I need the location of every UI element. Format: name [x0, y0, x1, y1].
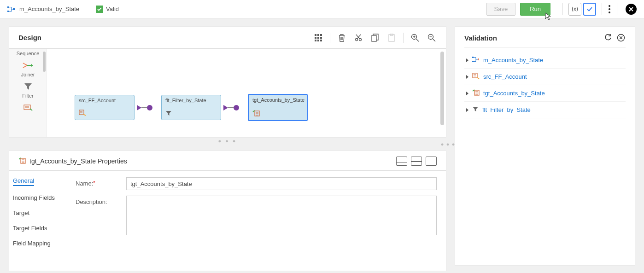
- svg-rect-9: [315, 40, 316, 41]
- svg-rect-7: [317, 37, 319, 39]
- main-area: Design: [0, 18, 644, 271]
- target-icon: [252, 110, 260, 117]
- delete-icon[interactable]: [337, 33, 347, 43]
- node-filter-label: flt_Filter_by_State: [165, 98, 206, 103]
- target-icon: [18, 157, 26, 165]
- filter-icon: [472, 106, 479, 113]
- target-icon: [472, 89, 480, 97]
- svg-rect-5: [320, 34, 322, 36]
- run-button-label: Run: [530, 6, 541, 12]
- validation-item-label: flt_Filter_by_State: [482, 106, 531, 113]
- grid-icon[interactable]: [313, 33, 323, 43]
- check-icon: [96, 6, 103, 13]
- description-input[interactable]: [126, 196, 437, 235]
- validation-item-label: tgt_Accounts_by_State: [483, 90, 545, 97]
- svg-rect-0: [7, 6, 9, 8]
- svg-rect-2: [13, 8, 15, 10]
- validate-button[interactable]: [583, 3, 596, 16]
- svg-rect-26: [478, 58, 479, 60]
- design-canvas[interactable]: src_FF_Account flt_Filter_by_State: [47, 49, 446, 137]
- mapping-icon: [472, 57, 480, 64]
- chevron-right-icon: [466, 75, 468, 79]
- design-panel: Design: [9, 27, 446, 137]
- validation-list: m_Accounts_by_Statesrc_FF_Accounttgt_Acc…: [464, 52, 626, 118]
- node-filter[interactable]: flt_Filter_by_State: [161, 95, 221, 120]
- run-button[interactable]: Run: [520, 3, 550, 16]
- svg-rect-11: [320, 40, 322, 41]
- node-source[interactable]: src_FF_Account: [75, 95, 135, 120]
- mapping-icon: [7, 6, 16, 12]
- source-icon: [79, 110, 86, 117]
- tab-target[interactable]: Target: [13, 209, 66, 216]
- tab-target-fields[interactable]: Target Fields: [13, 225, 66, 232]
- transformation-palette[interactable]: Sequence Joiner: [9, 49, 47, 137]
- svg-rect-1: [7, 11, 9, 12]
- node-source-label: src_FF_Account: [79, 98, 116, 103]
- paste-icon: [386, 33, 397, 43]
- cut-icon[interactable]: [353, 33, 363, 43]
- close-button[interactable]: [626, 4, 637, 15]
- validation-item-label: src_FF_Account: [483, 73, 527, 80]
- validation-item[interactable]: flt_Filter_by_State: [464, 102, 626, 118]
- validation-item[interactable]: m_Accounts_by_State: [464, 52, 626, 69]
- save-button[interactable]: Save: [486, 3, 516, 16]
- validation-item[interactable]: src_FF_Account: [464, 69, 626, 85]
- tab-incoming-fields[interactable]: Incoming Fields: [13, 194, 66, 201]
- name-input[interactable]: [126, 177, 437, 190]
- properties-title: tgt_Accounts_by_State Properties: [29, 157, 396, 165]
- svg-rect-25: [472, 61, 474, 62]
- properties-tabs: General Incoming Fields Target Target Fi…: [11, 177, 66, 247]
- valid-badge: Valid: [96, 6, 119, 13]
- zoom-in-icon[interactable]: [410, 33, 420, 43]
- layout-full-button[interactable]: [426, 157, 437, 166]
- chevron-right-icon: [466, 108, 468, 112]
- svg-rect-27: [473, 73, 477, 78]
- svg-rect-24: [472, 57, 474, 58]
- palette-more[interactable]: [9, 102, 47, 113]
- horizontal-splitter[interactable]: ● ● ●: [9, 137, 446, 145]
- valid-label: Valid: [106, 6, 119, 12]
- page-title: m_Accounts_by_State: [19, 6, 79, 12]
- scrollbar[interactable]: [440, 52, 444, 125]
- copy-icon[interactable]: [370, 33, 380, 43]
- svg-rect-4: [317, 34, 319, 36]
- top-bar: m_Accounts_by_State Valid Save Run: [0, 0, 644, 18]
- validation-item-label: m_Accounts_by_State: [483, 57, 543, 64]
- zoom-out-icon[interactable]: [427, 33, 437, 43]
- validation-title: Validation: [464, 34, 600, 42]
- design-title: Design: [18, 34, 307, 41]
- validation-panel: Validation m_Accounts_by_Statesrc_FF_Acc…: [455, 27, 635, 265]
- svg-rect-10: [317, 40, 319, 41]
- vertical-splitter[interactable]: ●●●: [439, 141, 456, 148]
- node-target[interactable]: tgt_Accounts_by_State: [248, 94, 308, 121]
- palette-sequence[interactable]: Sequence: [9, 51, 47, 56]
- variables-button[interactable]: [568, 3, 581, 16]
- validation-item[interactable]: tgt_Accounts_by_State: [464, 85, 626, 102]
- source-icon: [472, 73, 480, 81]
- svg-rect-19: [24, 105, 30, 110]
- svg-point-13: [359, 38, 362, 41]
- svg-rect-20: [79, 110, 84, 115]
- svg-rect-14: [372, 35, 376, 41]
- chevron-right-icon: [466, 92, 468, 95]
- svg-rect-6: [315, 37, 316, 39]
- close-validation-icon[interactable]: [616, 33, 626, 42]
- svg-rect-3: [315, 34, 316, 36]
- layout-bottom-button[interactable]: [396, 157, 407, 166]
- tab-general[interactable]: General: [13, 177, 34, 186]
- svg-point-12: [356, 38, 358, 41]
- filter-icon: [165, 110, 172, 117]
- layout-split-button[interactable]: [411, 157, 422, 166]
- node-target-label: tgt_Accounts_by_State: [252, 97, 304, 103]
- description-label: Description:: [76, 196, 126, 235]
- palette-joiner[interactable]: Joiner: [9, 60, 47, 77]
- tab-field-mapping[interactable]: Field Mapping: [13, 240, 66, 247]
- more-menu-button[interactable]: [607, 3, 612, 15]
- chevron-right-icon: [466, 58, 468, 62]
- palette-filter[interactable]: Filter: [9, 81, 47, 99]
- name-label: Name:*: [76, 177, 126, 190]
- properties-panel: tgt_Accounts_by_State Properties General…: [9, 151, 446, 271]
- svg-rect-8: [320, 37, 322, 39]
- refresh-icon[interactable]: [603, 33, 613, 42]
